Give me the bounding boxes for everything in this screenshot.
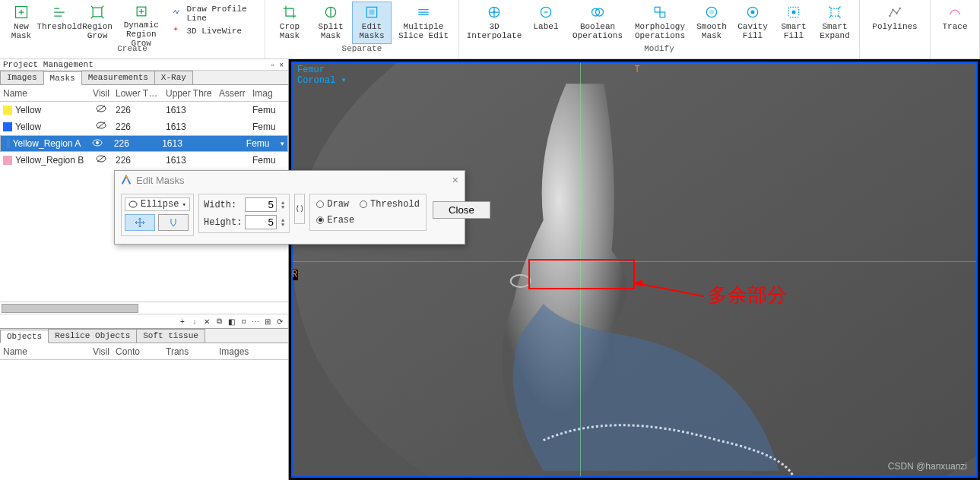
lower-threshold: 226 bbox=[113, 122, 163, 132]
split-mask-button[interactable]: Split Mask bbox=[311, 2, 350, 44]
mode-radio-threshold[interactable]: Threshold bbox=[360, 199, 420, 210]
panel-pin-icon[interactable]: ▫ bbox=[271, 61, 276, 69]
panel-tool-icon[interactable]: ⋯ bbox=[250, 316, 261, 327]
draw-profile-line-button[interactable]: Draw Profile Line bbox=[173, 5, 255, 23]
brush-shape-label: Ellipse bbox=[141, 199, 179, 210]
panel-close-icon[interactable]: × bbox=[279, 61, 285, 69]
column-header[interactable]: Trans bbox=[163, 346, 216, 357]
panel-tool-icon[interactable]: ↓ bbox=[189, 316, 200, 327]
column-header[interactable]: Asserr bbox=[216, 88, 249, 99]
visibility-toggle[interactable] bbox=[90, 121, 113, 132]
tab-soft-tissue[interactable]: Soft tissue bbox=[136, 329, 205, 343]
column-header[interactable]: Conto bbox=[113, 346, 163, 357]
ribbon-label: Threshold bbox=[36, 22, 81, 31]
tab-reslice-objects[interactable]: Reslice Objects bbox=[48, 329, 137, 343]
column-header[interactable]: Name bbox=[0, 346, 90, 357]
plus-square-icon bbox=[12, 4, 30, 21]
tab-images[interactable]: Images bbox=[0, 71, 44, 84]
ribbon-group-title: Create bbox=[117, 44, 147, 55]
ribbon-label: Crop Mask bbox=[280, 22, 300, 40]
viewer-plane-dropdown[interactable]: Coronal bbox=[297, 75, 347, 86]
polylines-button[interactable]: Polylines bbox=[864, 2, 925, 44]
lower-threshold: 226 bbox=[113, 155, 163, 166]
tab-x-ray[interactable]: X-Ray bbox=[154, 71, 193, 84]
image-cell: Femu bbox=[249, 155, 287, 166]
visibility-toggle[interactable] bbox=[90, 154, 113, 166]
mode-radio-draw[interactable]: Draw bbox=[316, 199, 349, 210]
panel-tool-icon[interactable]: ⊞ bbox=[262, 316, 273, 327]
svg-rect-11 bbox=[655, 7, 660, 12]
svg-point-16 bbox=[751, 11, 755, 14]
mode-radio-erase[interactable]: Erase bbox=[316, 215, 354, 226]
trace-button[interactable]: Trace bbox=[935, 2, 975, 44]
mask-name: Yellow_Region B bbox=[15, 155, 84, 166]
upper-threshold: 1613 bbox=[159, 138, 207, 149]
morphology-ops-button[interactable]: Morphology Operations bbox=[630, 2, 690, 44]
mask-row[interactable]: Yellow_Region A 226 1613 Femu bbox=[0, 135, 288, 152]
height-input[interactable] bbox=[245, 215, 277, 229]
image-cell: Femu bbox=[243, 138, 278, 149]
multiple-slice-edit-button[interactable]: Multiple Slice Edit bbox=[393, 2, 454, 44]
3d-interpolate-button[interactable]: 3D Interpolate bbox=[464, 2, 525, 44]
panel-tool-icon[interactable]: ✕ bbox=[201, 316, 212, 327]
tab-masks[interactable]: Masks bbox=[43, 71, 82, 85]
annotation-arrow-head bbox=[633, 279, 642, 287]
brush-draw-button[interactable] bbox=[158, 214, 189, 231]
mask-row[interactable]: Yellow 226 1613 Femu bbox=[0, 102, 288, 118]
dialog-close-icon[interactable]: × bbox=[452, 174, 458, 186]
panel-tool-icon[interactable]: ⧉ bbox=[214, 316, 224, 327]
panel-tool-icon[interactable]: ⌑ bbox=[238, 316, 249, 327]
close-button[interactable]: Close bbox=[433, 201, 490, 219]
ribbon-label: New Mask bbox=[11, 22, 31, 40]
column-header[interactable]: Lower Thre bbox=[113, 88, 163, 99]
visibility-toggle[interactable] bbox=[87, 138, 107, 150]
lower-threshold: 226 bbox=[113, 105, 163, 115]
mask-name: Yellow bbox=[15, 105, 41, 115]
panel-tool-icon[interactable]: ◧ bbox=[226, 316, 236, 327]
ribbon-label: 3D Interpolate bbox=[465, 22, 523, 40]
svg-rect-19 bbox=[831, 8, 839, 16]
label-button[interactable]: Label bbox=[526, 2, 566, 44]
column-header[interactable]: Name bbox=[0, 88, 90, 99]
cavity-fill-button[interactable]: Cavity Fill bbox=[733, 2, 772, 44]
panel-tool-icon[interactable]: ⟳ bbox=[274, 316, 285, 327]
edit-masks-button[interactable]: Edit Masks bbox=[352, 2, 392, 44]
panel-tool-icon[interactable]: + bbox=[177, 316, 188, 327]
column-header[interactable]: Imag bbox=[249, 88, 287, 99]
svg-point-14 bbox=[709, 10, 715, 15]
image-cell: Femu bbox=[249, 105, 287, 115]
threshold-button[interactable]: Threshold bbox=[40, 2, 79, 44]
ribbon-label: Region Grow bbox=[82, 22, 113, 40]
region-grow-button[interactable]: Region Grow bbox=[81, 2, 114, 44]
stack-icon bbox=[414, 4, 433, 21]
column-header[interactable]: Images bbox=[216, 346, 254, 357]
ribbon-label: Split Mask bbox=[318, 22, 343, 40]
hscrollbar[interactable] bbox=[0, 302, 288, 314]
column-header[interactable]: Visil bbox=[90, 346, 113, 357]
width-spinner[interactable]: ▲▼ bbox=[281, 201, 284, 210]
edit-masks-dialog[interactable]: Edit Masks × Ellipse Width: ▲▼ bbox=[114, 170, 465, 245]
3d-livewire-button[interactable]: 3D LiveWire bbox=[173, 26, 242, 36]
tab-measurements[interactable]: Measurements bbox=[81, 71, 155, 84]
brush-shape-select[interactable]: Ellipse bbox=[125, 197, 190, 211]
mask-row[interactable]: Yellow_Region B 226 1613 Femu bbox=[0, 152, 288, 169]
smart-expand-button[interactable]: Smart Expand bbox=[815, 2, 855, 44]
dynamic-region-grow-button[interactable]: Dynamic Region Grow bbox=[116, 2, 167, 44]
smooth-mask-button[interactable]: Smooth Mask bbox=[692, 2, 731, 44]
brush-same-slice-button[interactable] bbox=[125, 214, 155, 231]
visibility-toggle[interactable] bbox=[90, 104, 113, 115]
column-header[interactable]: Upper Thre bbox=[163, 88, 216, 99]
tab-objects[interactable]: Objects bbox=[0, 330, 49, 343]
mask-row[interactable]: Yellow 226 1613 Femu bbox=[0, 118, 288, 135]
boolean-ops-button[interactable]: Boolean Operations bbox=[567, 2, 628, 44]
new-mask-button[interactable]: New Mask bbox=[5, 2, 38, 44]
column-header[interactable]: Visil bbox=[90, 88, 113, 99]
smart-fill-button[interactable]: Smart Fill bbox=[774, 2, 813, 44]
width-input[interactable] bbox=[245, 197, 277, 212]
height-spinner[interactable]: ▲▼ bbox=[281, 218, 284, 227]
height-label: Height: bbox=[204, 217, 240, 228]
mask-swatch bbox=[7, 139, 10, 148]
dialog-title: Edit Masks bbox=[136, 175, 185, 186]
crop-mask-button[interactable]: Crop Mask bbox=[270, 2, 309, 44]
link-wh-button[interactable]: ⟨⟩ bbox=[294, 194, 305, 224]
